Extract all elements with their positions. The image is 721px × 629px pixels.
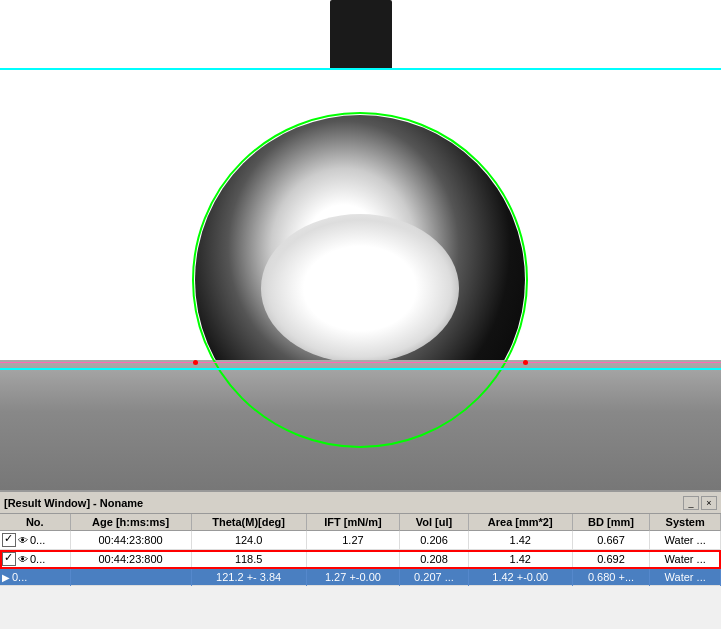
summary-bd: 0.680 +... [572, 569, 650, 586]
col-area: Area [mm*2] [468, 514, 572, 531]
col-bd: BD [mm] [572, 514, 650, 531]
row1-age: 00:44:23:800 [70, 531, 191, 550]
row2-bd: 0.692 [572, 550, 650, 569]
titlebar-controls: _ × [683, 496, 717, 510]
close-button[interactable]: × [701, 496, 717, 510]
table-row[interactable]: 👁 0... 00:44:23:800 118.5 0.208 1.42 0.6… [0, 550, 721, 569]
row2-vol: 0.208 [400, 550, 469, 569]
row2-ift [306, 550, 400, 569]
col-theta: Theta(M)[deg] [191, 514, 306, 531]
summary-system: Water ... [650, 569, 721, 586]
row1-no: 👁 0... [0, 531, 70, 550]
row1-checkbox[interactable] [2, 533, 16, 547]
cyan-bottom-line [0, 368, 721, 370]
col-vol: Vol [ul] [400, 514, 469, 531]
row1-ift: 1.27 [306, 531, 400, 550]
contact-point-left [193, 360, 198, 365]
table-row[interactable]: 👁 0... 00:44:23:800 124.0 1.27 0.206 1.4… [0, 531, 721, 550]
summary-age [70, 569, 191, 586]
col-ift: IFT [mN/m] [306, 514, 400, 531]
contact-point-right [523, 360, 528, 365]
row2-system: Water ... [650, 550, 721, 569]
col-no: No. [0, 514, 70, 531]
row2-no-text: 0... [30, 553, 45, 565]
measurement-circle [192, 112, 528, 448]
row2-eye-icon: 👁 [18, 554, 28, 565]
summary-area: 1.42 +-0.00 [468, 569, 572, 586]
summary-row: ▶ 0... 121.2 +- 3.84 1.27 +-0.00 0.207 .… [0, 569, 721, 586]
row1-vol: 0.206 [400, 531, 469, 550]
summary-play-icon: ▶ [2, 572, 10, 583]
row1-no-text: 0... [30, 534, 45, 546]
row2-theta: 118.5 [191, 550, 306, 569]
row1-area: 1.42 [468, 531, 572, 550]
cyan-top-line [0, 68, 721, 70]
row2-no: 👁 0... [0, 550, 70, 569]
baseline [0, 362, 721, 363]
summary-no-text: 0... [12, 571, 27, 583]
result-window-title: [Result Window] - Noname [4, 497, 143, 509]
summary-theta: 121.2 +- 3.84 [191, 569, 306, 586]
table-header-row: No. Age [h:ms:ms] Theta(M)[deg] IFT [mN/… [0, 514, 721, 531]
row2-age: 00:44:23:800 [70, 550, 191, 569]
row1-eye-icon: 👁 [18, 535, 28, 546]
col-age: Age [h:ms:ms] [70, 514, 191, 531]
summary-no: ▶ 0... [0, 569, 70, 586]
result-panel: [Result Window] - Noname _ × No. Age [h:… [0, 490, 721, 629]
col-system: System [650, 514, 721, 531]
drop-image-area [0, 0, 721, 490]
needle [330, 0, 392, 70]
summary-ift: 1.27 +-0.00 [306, 569, 400, 586]
row1-theta: 124.0 [191, 531, 306, 550]
row2-checkbox[interactable] [2, 552, 16, 566]
row1-system: Water ... [650, 531, 721, 550]
row2-area: 1.42 [468, 550, 572, 569]
summary-vol: 0.207 ... [400, 569, 469, 586]
result-titlebar: [Result Window] - Noname _ × [0, 492, 721, 514]
result-table: No. Age [h:ms:ms] Theta(M)[deg] IFT [mN/… [0, 514, 721, 629]
row1-bd: 0.667 [572, 531, 650, 550]
minimize-button[interactable]: _ [683, 496, 699, 510]
